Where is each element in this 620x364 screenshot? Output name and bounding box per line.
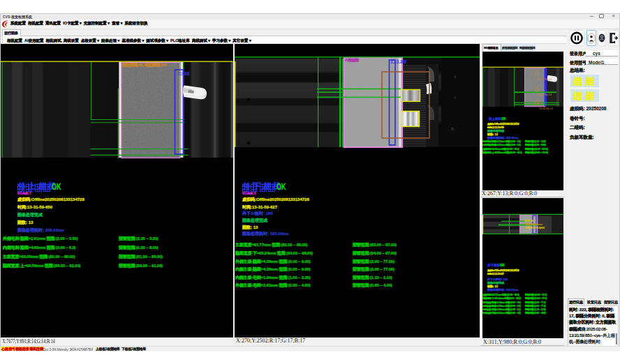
svg-text:范围(93.0~98.0)耗时: 范围(93.0~98.0)耗时 [525,226,545,229]
svg-text:宽度=95.24mm: 宽度=95.24mm [525,222,542,226]
